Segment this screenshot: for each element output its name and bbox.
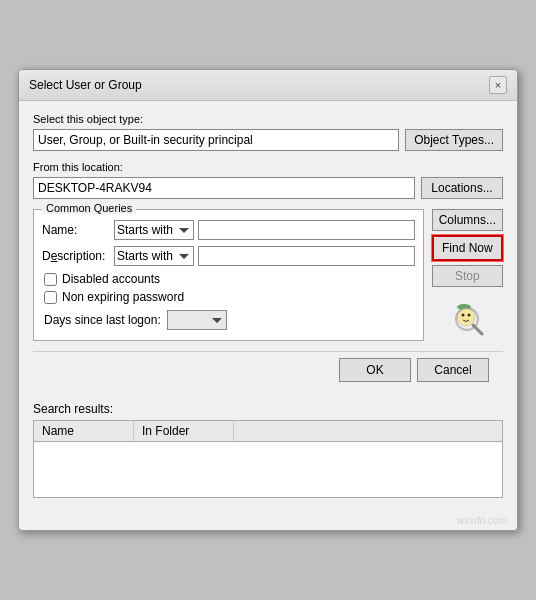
dialog-title: Select User or Group (29, 78, 142, 92)
description-query-input[interactable] (198, 246, 415, 266)
results-body (34, 442, 502, 497)
common-queries-group: Common Queries Name: Starts with (33, 209, 424, 341)
select-user-dialog: Select User or Group × Select this objec… (18, 69, 518, 531)
dialog-body: Select this object type: Object Types...… (19, 101, 517, 402)
name-query-input[interactable] (198, 220, 415, 240)
results-table: Name In Folder (33, 420, 503, 498)
common-queries-section: Common Queries Name: Starts with (33, 209, 503, 351)
name-condition-select[interactable]: Starts with (114, 220, 194, 240)
object-type-input[interactable] (33, 129, 399, 151)
days-since-label: Days since last logon: (44, 313, 161, 327)
find-now-button[interactable]: Find Now (432, 235, 503, 261)
ok-button[interactable]: OK (339, 358, 411, 382)
disabled-accounts-label: Disabled accounts (62, 272, 160, 286)
days-since-select[interactable] (167, 310, 227, 330)
col-name-header: Name (34, 421, 134, 441)
location-input[interactable] (33, 177, 415, 199)
group-inner: Common Queries Name: Starts with (33, 209, 424, 351)
non-expiring-checkbox[interactable] (44, 291, 57, 304)
search-icon (432, 297, 503, 346)
right-buttons: Columns... Find Now Stop (432, 209, 503, 351)
non-expiring-row: Non expiring password (44, 290, 415, 304)
object-type-label: Select this object type: (33, 113, 503, 125)
object-types-button[interactable]: Object Types... (405, 129, 503, 151)
watermark-area: wsxdn.com (19, 498, 517, 530)
object-type-row: Object Types... (33, 129, 503, 151)
search-results-label: Search results: (19, 402, 517, 420)
columns-button[interactable]: Columns... (432, 209, 503, 231)
title-bar: Select User or Group × (19, 70, 517, 101)
name-query-row: Name: Starts with (42, 220, 415, 240)
disabled-accounts-checkbox[interactable] (44, 273, 57, 286)
col-in-folder-header: In Folder (134, 421, 234, 441)
locations-button[interactable]: Locations... (421, 177, 503, 199)
description-condition-select[interactable]: Starts with (114, 246, 194, 266)
non-expiring-label: Non expiring password (62, 290, 184, 304)
svg-point-3 (468, 314, 471, 317)
disabled-accounts-row: Disabled accounts (44, 272, 415, 286)
watermark-text: wsxdn.com (457, 515, 507, 526)
location-row: Locations... (33, 177, 503, 199)
location-label: From this location: (33, 161, 503, 173)
cancel-button[interactable]: Cancel (417, 358, 489, 382)
name-label: Name: (42, 223, 110, 237)
group-box-label: Common Queries (42, 202, 136, 214)
dialog-footer: OK Cancel (33, 351, 503, 390)
close-button[interactable]: × (489, 76, 507, 94)
results-header: Name In Folder (34, 421, 502, 442)
description-label: Description: (42, 249, 110, 263)
svg-point-2 (462, 314, 465, 317)
days-since-row: Days since last logon: (44, 310, 415, 330)
description-query-row: Description: Starts with (42, 246, 415, 266)
group-content: Name: Starts with Description: (42, 220, 415, 330)
col-extra (234, 421, 502, 441)
stop-button[interactable]: Stop (432, 265, 503, 287)
